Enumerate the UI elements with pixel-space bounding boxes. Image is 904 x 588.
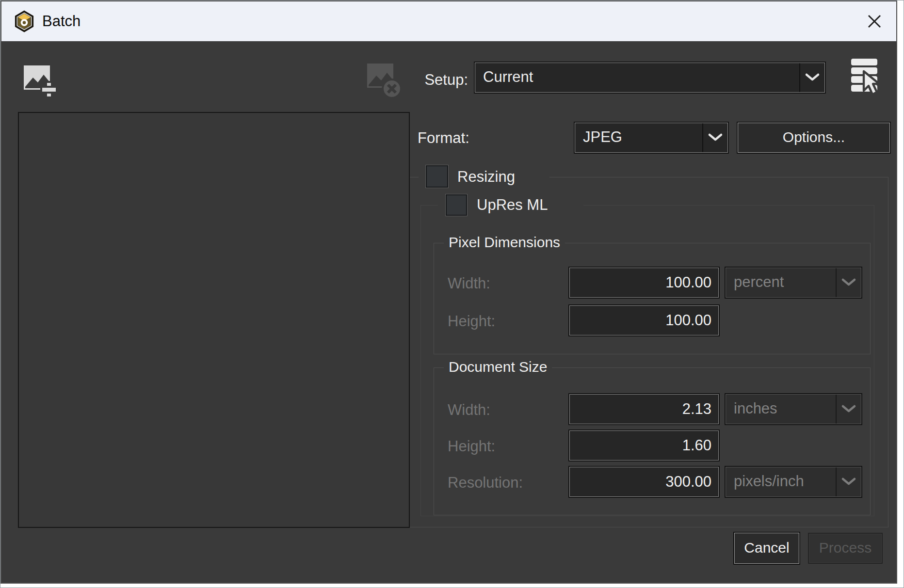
ds-resolution-unit-value: pixels/inch bbox=[726, 467, 836, 496]
setup-value: Current bbox=[475, 63, 799, 92]
chevron-down-icon bbox=[708, 133, 723, 143]
chevron-down-icon bbox=[841, 278, 856, 287]
pd-width-field bbox=[569, 268, 719, 298]
pd-width-unit-value: percent bbox=[726, 268, 836, 297]
ds-resolution-label: Resolution: bbox=[448, 474, 523, 492]
pixel-dimensions-groupbox bbox=[434, 243, 871, 354]
chevron-down-icon bbox=[841, 477, 856, 487]
ds-resolution-unit-arrow bbox=[836, 467, 861, 496]
pd-width-label: Width: bbox=[448, 275, 490, 292]
ds-width-unit-value: inches bbox=[726, 395, 836, 424]
pd-height-label: Height: bbox=[448, 313, 495, 330]
pd-width-unit-arrow bbox=[836, 268, 861, 297]
titlebar: Batch bbox=[1, 1, 896, 41]
options-button[interactable]: Options... bbox=[738, 123, 890, 153]
pd-width-input[interactable] bbox=[570, 268, 718, 297]
dialog-body: Setup: Current Format: bbox=[1, 41, 896, 583]
close-button[interactable] bbox=[865, 12, 884, 31]
add-images-button[interactable] bbox=[22, 62, 58, 99]
setup-label: Setup: bbox=[404, 71, 468, 89]
ds-width-unit-combobox[interactable]: inches bbox=[726, 394, 861, 424]
process-button[interactable]: Process bbox=[809, 534, 882, 563]
ds-width-field bbox=[569, 394, 719, 424]
format-combobox[interactable]: JPEG bbox=[575, 123, 728, 153]
format-value: JPEG bbox=[575, 123, 702, 152]
ds-width-input[interactable] bbox=[570, 395, 718, 424]
resizing-label: Resizing bbox=[457, 168, 515, 186]
pd-height-field bbox=[569, 305, 719, 335]
pixel-dimensions-title: Pixel Dimensions bbox=[444, 234, 565, 251]
format-dropdown-arrow bbox=[702, 123, 727, 152]
ds-width-label: Width: bbox=[448, 401, 490, 419]
ds-height-label: Height: bbox=[448, 438, 495, 455]
chevron-down-icon bbox=[805, 73, 820, 82]
ds-width-unit-arrow bbox=[836, 395, 861, 424]
list-apply-icon bbox=[849, 56, 882, 97]
cancel-button[interactable]: Cancel bbox=[734, 533, 799, 564]
ds-resolution-field bbox=[569, 467, 719, 497]
ds-height-field bbox=[569, 430, 719, 461]
file-list-panel[interactable] bbox=[18, 112, 410, 528]
document-size-title: Document Size bbox=[444, 359, 552, 375]
pd-height-input[interactable] bbox=[570, 306, 718, 335]
remove-images-button[interactable] bbox=[366, 60, 404, 100]
upres-ml-checkbox[interactable] bbox=[446, 194, 467, 216]
close-icon bbox=[866, 13, 883, 30]
setup-combobox[interactable]: Current bbox=[475, 63, 825, 93]
apply-setup-to-list-button[interactable] bbox=[849, 56, 882, 97]
chevron-down-icon bbox=[841, 404, 856, 414]
format-label: Format: bbox=[418, 129, 469, 147]
ds-height-input[interactable] bbox=[570, 431, 718, 460]
ds-resolution-input[interactable] bbox=[570, 467, 718, 496]
remove-image-icon bbox=[366, 60, 404, 100]
app-logo-icon bbox=[14, 10, 34, 32]
upres-ml-label: UpRes ML bbox=[477, 196, 548, 214]
batch-window: Batch bbox=[0, 0, 897, 584]
resizing-checkbox[interactable] bbox=[426, 165, 448, 188]
pd-width-unit-combobox[interactable]: percent bbox=[726, 268, 861, 298]
setup-dropdown-arrow bbox=[799, 63, 824, 92]
add-image-icon bbox=[22, 62, 58, 99]
ds-resolution-unit-combobox[interactable]: pixels/inch bbox=[726, 467, 861, 497]
window-title: Batch bbox=[42, 13, 81, 30]
